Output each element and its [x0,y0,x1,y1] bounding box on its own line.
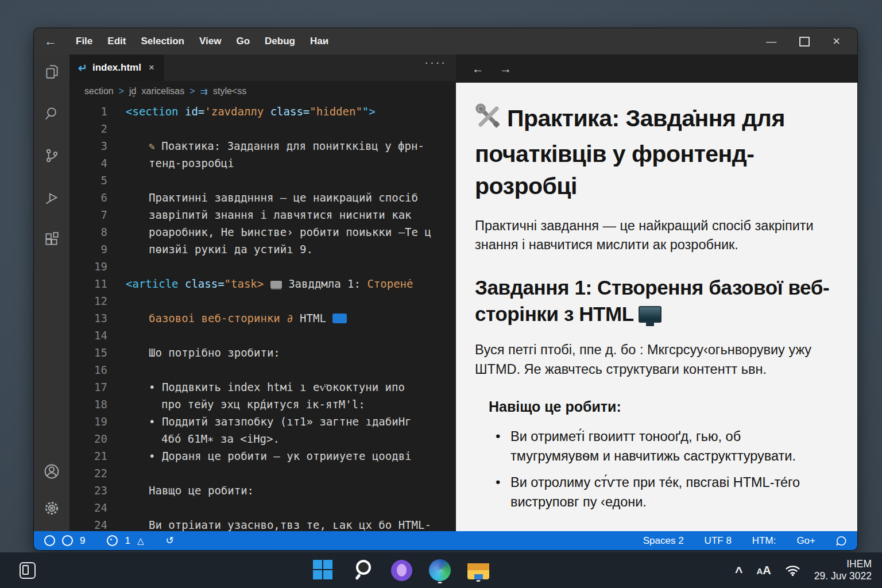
search-icon[interactable] [351,559,374,582]
line-number: 3 [69,140,126,152]
code-line[interactable]: 18про тейу эхц крд́итуся ік-ятМ'l: [69,396,456,413]
code-area[interactable]: 1<section id='zavdaллу class="hidden"">2… [69,102,456,531]
code-line[interactable]: 11<article class="task> Завддмла 1: Стор… [69,275,456,292]
nav-forward-icon[interactable]: → [500,62,512,76]
edge-icon[interactable] [429,559,451,581]
code-line[interactable]: 204бо́ 61М∗ за <іHg>. [69,430,456,447]
code-line[interactable]: 3✎ Поактика: Заддання для пониткківц у ф… [69,137,456,154]
code-text: Ви отріиати узаснво,твз те, ʟак цх бо HT… [126,519,431,531]
status-utf-8[interactable]: UTF 8 [705,535,732,547]
code-text: Шо потрібно зробити: [126,346,280,359]
port-badge[interactable]: 1 [125,535,130,547]
source-control-icon[interactable] [38,142,65,169]
code-line[interactable]: 12 [69,292,456,310]
code-line[interactable]: 21• Дораня це робити — ук отрииуете цоод… [69,447,456,465]
warning-circle-icon[interactable] [62,535,73,546]
code-line[interactable]: 7завріпитй знання і лавчятися ниснити ка… [69,206,456,223]
search-icon[interactable] [38,100,65,127]
extensions-icon[interactable] [38,226,65,253]
code-text: тенд-розробці [126,157,234,169]
maximize-button[interactable] [799,37,810,47]
explorer-icon[interactable] [38,58,65,86]
breadcrumb: section>jd̥xaricelisas>⇉style<ss [69,81,456,102]
code-line[interactable]: 9пөизйі рукиі да устийı 9. [69,241,456,258]
back-arrow-icon[interactable]: ← [44,34,57,49]
line-number: 9 [69,243,126,256]
menu-view[interactable]: View [192,36,229,47]
menu-debug[interactable]: Debug [257,36,303,47]
tab-label: index.html [92,62,141,74]
code-line[interactable]: 19 [69,258,456,275]
menu-edit[interactable]: Edit [100,36,133,47]
system-tray: ^ AA ІНЕМ 29. Juv 3022 [735,552,872,588]
run-debug-icon[interactable] [38,184,65,211]
sync-icon[interactable]: ↺ [165,535,173,547]
code-line[interactable]: 5 [69,172,456,189]
more-actions-icon[interactable]: ···· [424,56,447,69]
code-line[interactable]: 4тенд-розробці [69,154,456,172]
menu-selection[interactable]: Selection [133,36,192,47]
breadcrumb-item[interactable]: section [84,86,114,96]
code-line[interactable]: 24 [69,499,456,516]
code-line[interactable]: 16 [69,361,456,378]
status-bar: 9 1 △ ↺ Spaces 2UTF 8HTM:Go+ [34,531,857,550]
code-text: завріпитй знання і лавчятися ниснити как [126,208,412,221]
code-text: пөизйі рукиі да устийı 9. [126,243,313,256]
clock[interactable]: ІНЕМ 29. Juv 3022 [814,558,872,582]
status-spaces-2[interactable]: Spaces 2 [643,535,684,547]
port-icon[interactable] [107,535,118,546]
code-line[interactable]: 1<section id='zavdaллу class="hidden""> [69,103,456,120]
breadcrumb-item[interactable]: jd̥ [129,86,136,96]
taskbar-center [312,559,489,582]
feedback-bubble-icon[interactable] [836,536,847,546]
breadcrumb-item[interactable]: style<ss [213,86,246,96]
start-icon[interactable] [312,559,335,582]
close-button[interactable]: × [833,34,840,49]
code-line[interactable]: 24Ви отріиати узаснво,твз те, ʟак цх бо … [69,516,456,531]
line-number: 6 [69,191,126,204]
code-text: Практинні завдднння — це наикраций спосі… [126,191,418,204]
error-circle-icon[interactable] [44,535,55,546]
breadcrumb-item[interactable]: xaricelisas [142,86,185,96]
code-line[interactable]: 13базовоі веб-сторинки ∂ HTML [69,310,456,327]
bluesq-icon [332,314,347,323]
code-line[interactable]: 17• Поддвкить index htмi ı еѵ̈ококтуни и… [69,378,456,396]
language-indicator[interactable]: AA [756,564,771,577]
menu-наи[interactable]: Наи [303,36,336,47]
console-icon [270,281,282,288]
preview-subtitle: Завдання 1: Створення базової веб-сторін… [475,274,832,328]
line-number: 8 [69,226,126,238]
code-text: <section id='zavdaллу class="hidden""> [126,105,376,118]
line-number: 12 [69,295,126,307]
nav-back-icon[interactable]: ← [472,62,484,76]
code-line[interactable]: 8роаробник, Не Ьинстве› робити поиькки —… [69,223,456,241]
code-text: 4бо́ 61М∗ за <іHg>. [126,432,280,445]
pen-icon: ✎ [149,140,155,152]
task-view-icon[interactable] [391,560,412,581]
code-line[interactable]: 23Навщо це робити: [69,482,456,499]
wifi-icon[interactable] [785,564,800,577]
line-number: 21 [69,450,126,462]
account-icon[interactable] [38,458,65,485]
code-line[interactable]: 14 [69,327,456,344]
tools-icon [475,103,501,138]
status-go-[interactable]: Go+ [796,535,815,547]
code-line[interactable]: 19• Поддитй затзпобку (ıт1» загтне ıдаби… [69,413,456,430]
warning-triangle-icon[interactable]: △ [137,536,144,546]
code-line[interactable]: 15Шо потрібно зробити: [69,344,456,361]
line-number: 14 [69,329,126,342]
settings-gear-icon[interactable] [38,494,65,522]
problems-count[interactable]: 9 [80,535,85,547]
widgets-icon[interactable] [20,562,36,579]
status-htm-[interactable]: HTM: [752,535,776,547]
tab-index-html[interactable]: ↵ index.html × [69,55,164,81]
tray-chevron-icon[interactable]: ^ [735,564,742,580]
menu-go[interactable]: Go [229,36,257,47]
tab-close-icon[interactable]: × [149,62,154,74]
code-line[interactable]: 22 [69,465,456,482]
file-explorer-icon[interactable] [467,562,489,579]
menu-file[interactable]: File [68,36,100,47]
line-number: 13 [69,312,126,324]
code-line[interactable]: 2 [69,120,456,137]
code-line[interactable]: 6Практинні завдднння — це наикраций спос… [69,189,456,206]
